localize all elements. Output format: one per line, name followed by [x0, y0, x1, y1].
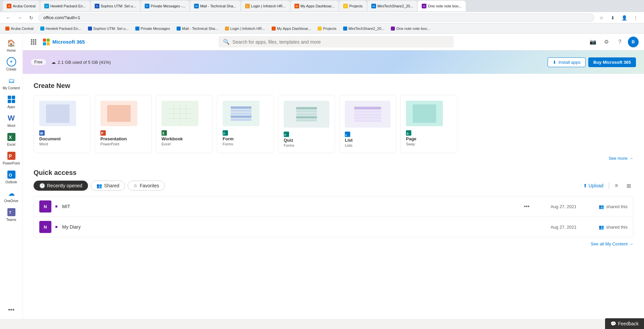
create-card-list[interactable]: L List Lists	[339, 95, 396, 153]
sidebar-item-teams[interactable]: T Teams	[1, 205, 21, 224]
bookmark-7[interactable]: Projects	[315, 26, 339, 31]
browser-tab-1[interactable]: H Hewlett Packard En...	[40, 1, 90, 11]
search-bar[interactable]: 🔍	[219, 36, 454, 47]
settings-button[interactable]: ⚙	[601, 37, 612, 47]
sidebar-item-outlook[interactable]: O Outlook	[1, 168, 21, 186]
refresh-button[interactable]: ↻	[27, 13, 36, 22]
see-all-link[interactable]: See all My Content →	[34, 241, 633, 246]
create-card-quiz[interactable]: F Quiz Forms	[278, 95, 335, 153]
quiz-row-2	[296, 113, 317, 115]
grid-view-button[interactable]: ⊞	[624, 181, 633, 190]
bookmark-label-8: MiniTechShare2_20...	[349, 27, 384, 31]
search-icon: 🔍	[223, 39, 230, 45]
camera-button[interactable]: 📷	[588, 37, 598, 47]
download-button[interactable]: ⬇	[608, 13, 617, 22]
create-card-document[interactable]: W Document Word	[34, 95, 91, 153]
bookmark-4[interactable]: Mail - Technical Sha...	[174, 26, 221, 31]
help-button[interactable]: ?	[614, 37, 625, 47]
tab-favorites-label: Favorites	[140, 183, 159, 188]
buy-ms365-button[interactable]: Buy Microsoft 365	[588, 57, 636, 67]
sidebar-label-create: Create	[6, 67, 16, 71]
browser-tab-2[interactable]: S Sophos UTM: Set u...	[91, 1, 140, 11]
url-input[interactable]	[38, 13, 594, 22]
sidebar-item-word[interactable]: W Word	[1, 111, 21, 130]
bookmark-1[interactable]: Hewlett Packard En...	[38, 26, 84, 31]
sidebar-item-powerpoint[interactable]: P PowerPoint	[1, 149, 21, 167]
sidebar-item-apps[interactable]: Apps	[1, 93, 21, 111]
browser-tab-6[interactable]: M My Apps Dashboar...	[290, 1, 339, 11]
list-view-button[interactable]: ≡	[612, 181, 621, 190]
see-all-label: See all My Content	[591, 241, 628, 246]
sidebar-label-powerpoint: PowerPoint	[3, 161, 20, 165]
ms365-logo[interactable]: Microsoft 365	[43, 39, 85, 45]
document-card-app: Word	[39, 142, 61, 146]
browser-tab-7[interactable]: P Projects	[339, 1, 367, 11]
qa-tabs: 🕐 Recently opened 👥 Shared ☆ Favorites	[34, 181, 165, 191]
bookmark-9[interactable]: One note note boo...	[388, 26, 432, 31]
svg-text:S: S	[407, 132, 409, 135]
upload-button[interactable]: ⬆ Upload	[581, 182, 606, 190]
tab-favorites[interactable]: ☆ Favorites	[128, 181, 165, 191]
back-button[interactable]: ←	[4, 13, 13, 22]
create-card-page[interactable]: S Page Sway	[400, 95, 457, 153]
sidebar-item-onedrive[interactable]: ☁ OneDrive	[1, 187, 21, 205]
feedback-button[interactable]: 💬 Feedback	[605, 318, 644, 329]
shared-users-icon-mit: 👥	[599, 204, 604, 209]
sidebar-more-button[interactable]: •••	[1, 304, 21, 316]
upload-label: Upload	[589, 183, 603, 188]
browser-tab-8[interactable]: M MiniTechShare2_20...	[367, 1, 417, 11]
create-card-workbook[interactable]: X Workbook Excel	[156, 95, 213, 153]
bookmark-favicon-3	[135, 27, 139, 31]
list-card-app: Lists	[345, 143, 353, 147]
document-app-row: W	[39, 130, 61, 136]
browser-tab-4[interactable]: M Mail - Technical Sha...	[190, 1, 240, 11]
bookmark-0[interactable]: Aruba Central	[3, 26, 36, 31]
quiz-row-4	[296, 119, 317, 122]
file-row-mydiary[interactable]: N My Diary Aug 27, 2021 👥 shared this	[34, 217, 633, 237]
tab-favicon-3: P	[145, 4, 149, 8]
svg-text:L: L	[346, 133, 348, 137]
bookmark-8[interactable]: MiniTechShare2_20...	[340, 26, 387, 31]
list-row-2	[354, 113, 381, 116]
sidebar-item-mycontent[interactable]: 🗂 My Content	[1, 74, 21, 92]
browser-tab-9[interactable]: O One note note boo...	[418, 1, 465, 11]
search-input[interactable]	[232, 39, 449, 45]
tab-shared[interactable]: 👥 Shared	[91, 181, 125, 191]
svg-text:P: P	[101, 132, 103, 135]
workbook-card-app: Excel	[162, 142, 183, 146]
qa-controls-row: 🕐 Recently opened 👥 Shared ☆ Favorites	[34, 181, 633, 191]
browser-tab-0[interactable]: A Aruba Central	[3, 1, 40, 11]
cloud-icon: ☁	[51, 60, 56, 65]
settings-button[interactable]: ⋮	[631, 13, 640, 22]
bookmark-3[interactable]: Private Messages	[133, 26, 173, 31]
file-list: N MIT ••• Aug 27, 2021 👥 shared this	[34, 196, 633, 237]
file-row-mit[interactable]: N MIT ••• Aug 27, 2021 👥 shared this	[34, 196, 633, 217]
bookmark-5[interactable]: Login | Infotech HR...	[222, 26, 268, 31]
profile-button[interactable]: 👤	[620, 13, 629, 22]
sidebar-item-excel[interactable]: X Excel	[1, 130, 21, 148]
see-more-link[interactable]: See more →	[34, 156, 633, 161]
file-shared-mydiary: 👥 shared this	[581, 225, 628, 230]
file-menu-mit[interactable]: •••	[521, 202, 532, 211]
sidebar-label-word: Word	[7, 124, 15, 128]
sidebar-item-create[interactable]: + Create	[1, 55, 21, 73]
document-footer: W Document Word	[39, 130, 61, 146]
forward-button[interactable]: →	[15, 13, 24, 22]
create-card-presentation[interactable]: P Presentation PowerPoint	[95, 95, 152, 153]
bookmark-button[interactable]: ☆	[597, 13, 606, 22]
onenote-small-badge	[55, 205, 57, 207]
avatar[interactable]: B	[628, 37, 639, 47]
waffle-button[interactable]	[28, 37, 39, 47]
install-apps-button[interactable]: ⬇ Install apps	[548, 57, 586, 67]
create-card-form[interactable]: F Form Forms	[217, 95, 274, 153]
bookmark-6[interactable]: My Apps Dashboar...	[269, 26, 314, 31]
bookmark-2[interactable]: Sophos UTM: Set u...	[85, 26, 131, 31]
browser-tab-5[interactable]: L Login | Infotech HR...	[241, 1, 290, 11]
file-date-mydiary: Aug 27, 2021	[536, 225, 577, 230]
sidebar-item-home[interactable]: 🏠 Home	[1, 36, 21, 54]
tab-recently-opened[interactable]: 🕐 Recently opened	[34, 181, 88, 191]
address-bar: ← → ↻ ☆ ⬇ 👤 ⋮	[0, 12, 644, 23]
lists-app-icon: L	[345, 132, 350, 137]
download-icon: ⬇	[553, 60, 556, 65]
browser-tab-3[interactable]: P Private Messages -...	[141, 1, 189, 11]
